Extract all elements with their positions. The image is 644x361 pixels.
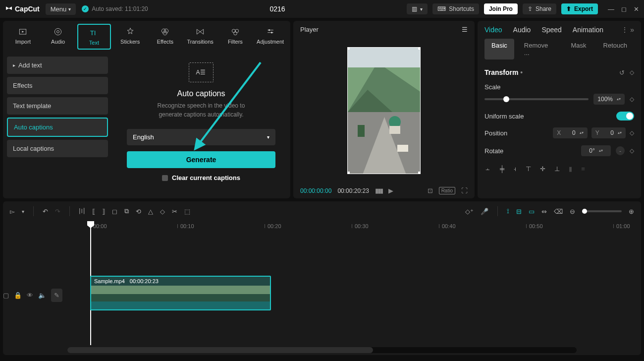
reverse-icon[interactable]: ⟲ [136, 208, 141, 215]
timeline-ruler[interactable]: 00:00 00:10 00:20 00:30 00:40 00:50 01:0… [67, 221, 641, 233]
delete-icon[interactable]: ⌫ [554, 208, 563, 215]
keyframe-icon[interactable]: ◇ [630, 129, 634, 136]
subtab-basic[interactable]: Basic [484, 39, 514, 60]
chevron-down-icon[interactable]: ▾ [22, 209, 24, 214]
tab-text[interactable]: TIText [77, 24, 111, 50]
position-y-input[interactable]: Y 0▴▾ [591, 127, 626, 138]
subtab-remove-bg[interactable]: Remove ... [517, 39, 561, 60]
sidebar-item-effects[interactable]: Effects [7, 77, 108, 94]
transform-reset[interactable]: ↺◇ [619, 69, 634, 76]
menu-button[interactable]: Menu ▾ [46, 3, 76, 15]
sidebar-item-local-captions[interactable]: Local captions [7, 140, 108, 157]
trim-right-icon[interactable]: ⟧ [102, 208, 105, 215]
video-clip[interactable]: Sample.mp4 00:00:20:23 [90, 276, 271, 310]
generate-button[interactable]: Generate [127, 151, 275, 168]
stepper-icon[interactable]: ▴▾ [617, 97, 621, 101]
ratio-button[interactable]: Ratio [439, 187, 455, 194]
language-select[interactable]: English ▾ [127, 129, 275, 145]
align-center-v-icon[interactable]: ✛ [540, 165, 545, 173]
export-button[interactable]: ⬆Export [561, 3, 598, 14]
position-x-input[interactable]: X 0▴▾ [553, 127, 587, 138]
minimize-button[interactable]: — [608, 5, 614, 13]
crop-tool-icon[interactable]: ✂ [172, 208, 177, 215]
mic-icon[interactable]: 🎤 [481, 208, 488, 215]
rotate-input[interactable]: 0°▴▾ [581, 145, 611, 156]
tab-filters[interactable]: Filters [219, 24, 252, 50]
clear-captions-checkbox[interactable]: Clear current captions [162, 174, 240, 181]
crop-icon[interactable]: ◻ [112, 208, 117, 215]
tab-video[interactable]: Video [484, 26, 502, 34]
maximize-button[interactable]: ◻ [621, 5, 627, 13]
align-bottom-icon[interactable]: ⊥ [554, 165, 560, 173]
eye-icon[interactable]: 👁 [27, 292, 33, 299]
split-icon[interactable]: 〣 [79, 207, 85, 216]
share-button[interactable]: ⇪Share [523, 3, 556, 14]
keyframe-icon[interactable]: ◇ [630, 69, 634, 76]
keyframe-icon[interactable]: ◇ [630, 147, 634, 154]
timeline-scrollbar[interactable] [67, 347, 577, 353]
zoom-out-icon[interactable]: ⊖ [570, 208, 575, 215]
tab-import[interactable]: Import [7, 24, 39, 50]
timeline-body[interactable]: ▢ 🔒 👁 🔈 ✎ Sample.mp4 00:00:20:23 [3, 233, 641, 345]
tab-stickers[interactable]: Stickers [114, 24, 146, 50]
trim-left-icon[interactable]: ⟦ [92, 208, 95, 215]
magnet-icon[interactable]: ◇⁺ [465, 208, 474, 215]
tab-effects[interactable]: Effects [149, 24, 181, 50]
more-tabs-icon[interactable]: ⋮ » [621, 26, 634, 34]
sidebar-item-add-text[interactable]: ▸Add text [7, 57, 108, 74]
expand-icon[interactable]: ⇔ [541, 208, 547, 215]
rotate-tool-icon[interactable]: ◇ [160, 208, 165, 215]
video-preview[interactable] [347, 47, 421, 174]
scale-slider[interactable] [484, 98, 589, 100]
tab-audio-prop[interactable]: Audio [513, 26, 531, 34]
play-button[interactable]: ▶ [388, 187, 393, 194]
align-top-icon[interactable]: ⊤ [526, 165, 531, 173]
shortcuts-button[interactable]: ⌨Shortcuts [432, 3, 479, 14]
subtab-mask[interactable]: Mask [564, 39, 593, 60]
align-right-icon[interactable]: ⫞ [513, 165, 517, 173]
flip-h-icon[interactable]: ▮ [569, 165, 572, 173]
align-center-h-icon[interactable]: ╪ [500, 165, 504, 173]
redo-icon[interactable]: ↷ [55, 208, 60, 215]
lock-icon[interactable]: 🔒 [14, 292, 22, 299]
sidebar-item-auto-captions[interactable]: Auto captions [7, 118, 108, 137]
snap-icon[interactable]: ⊡ [428, 187, 433, 194]
subtab-retouch[interactable]: Retouch [596, 39, 634, 60]
scale-value-input[interactable]: 100%▴▾ [593, 94, 625, 105]
zoom-in-icon[interactable]: ⊕ [629, 208, 634, 215]
pointer-tool-icon[interactable]: ▻ [10, 208, 15, 215]
pro-tool-icon[interactable]: ⬚ [184, 208, 190, 215]
join-pro-button[interactable]: Join Pro [484, 3, 518, 14]
link-toggle-icon[interactable]: ⊟ [516, 208, 522, 215]
timeline-tracks[interactable]: Sample.mp4 00:00:20:23 [67, 233, 641, 345]
reset-icon[interactable]: ↺ [619, 69, 625, 76]
copy-icon[interactable]: ⧉ [124, 207, 129, 215]
player-body[interactable] [293, 38, 475, 183]
tab-speed[interactable]: Speed [541, 26, 561, 34]
flip-v-icon[interactable]: ≡ [581, 165, 585, 173]
mirror-icon[interactable]: △ [148, 208, 153, 215]
edit-track-icon[interactable]: ✎ [51, 289, 62, 302]
snap-toggle-icon[interactable]: ⟟ [507, 207, 509, 215]
mute-icon[interactable]: 🔈 [38, 292, 46, 299]
fullscreen-icon[interactable]: ⛶ [461, 187, 468, 194]
zoom-slider[interactable] [582, 210, 622, 212]
align-left-icon[interactable]: ⫠ [484, 165, 491, 173]
undo-icon[interactable]: ↶ [43, 208, 48, 215]
project-title[interactable]: 0216 [154, 5, 401, 13]
scrollbar-thumb[interactable] [67, 347, 373, 353]
tab-adjustment[interactable]: Adjustment [254, 24, 286, 50]
keyframe-icon[interactable]: ◇ [630, 96, 634, 103]
collapse-icon[interactable]: ▢ [3, 292, 9, 299]
rotate-dial-icon[interactable]: - [616, 146, 625, 155]
preview-toggle-icon[interactable]: ▭ [529, 208, 535, 215]
layout-button[interactable]: ▥▾ [407, 3, 428, 14]
tab-animation[interactable]: Animation [573, 26, 603, 34]
sidebar-item-text-template[interactable]: Text template [7, 97, 108, 115]
player-menu-icon[interactable]: ☰ [462, 26, 468, 33]
tab-transitions[interactable]: Transitions [184, 24, 216, 50]
close-button[interactable]: ✕ [634, 5, 639, 13]
tab-audio[interactable]: Audio [42, 24, 74, 50]
grid-icon[interactable]: ▮▮▮ [375, 187, 382, 194]
uniform-scale-toggle[interactable] [616, 112, 634, 120]
